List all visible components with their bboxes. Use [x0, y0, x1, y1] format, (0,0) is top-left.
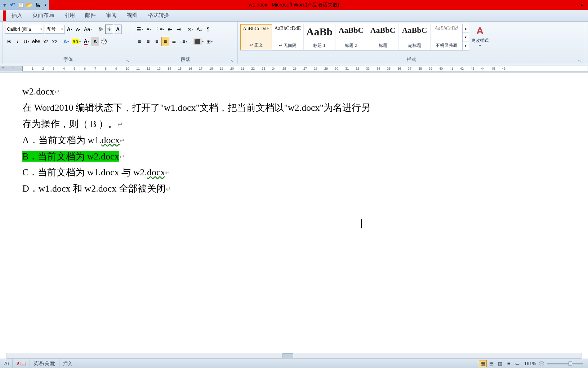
phonetic-guide-button[interactable]: 變 [97, 25, 104, 34]
italic-button[interactable]: I [14, 37, 22, 46]
gallery-up-icon[interactable]: ▴ [463, 24, 469, 33]
styles-gallery: AaBbCcDdE ↩ 正文 AaBbCcDdE ↩ 无间隔 AaBb 标题 1… [240, 24, 469, 51]
align-left-button[interactable]: ≡ [135, 37, 143, 46]
gallery-down-icon[interactable]: ▾ [463, 33, 469, 41]
font-color-button[interactable]: A▾ [83, 37, 90, 46]
enclose-char-button[interactable]: 字 [100, 37, 108, 46]
change-styles-icon: A [476, 25, 484, 37]
style-title[interactable]: AaBbC 标题 [367, 24, 399, 50]
save-all-icon[interactable]: 🖶 [34, 1, 41, 9]
proofing-status-icon[interactable]: ✗📖 [13, 359, 30, 368]
tab-insert[interactable]: 插入 [6, 9, 27, 21]
asian-layout-button[interactable]: ✕▾ [186, 25, 195, 34]
bold-button[interactable]: B [5, 37, 13, 46]
gallery-expand-icon[interactable]: ▾ [463, 41, 469, 50]
change-case-button[interactable]: Aa▾ [83, 25, 93, 34]
zoom-out-button[interactable]: − [539, 361, 544, 366]
ribbon-tab-strip: 插入 页面布局 引用 邮件 审阅 视图 格式转换 [0, 10, 588, 22]
bullets-button[interactable]: ☰▾ [135, 25, 144, 34]
line-spacing-button[interactable]: ↕≡▾ [179, 37, 188, 46]
distribute-button[interactable]: ≣ [170, 37, 178, 46]
chevron-down-icon: ▾ [479, 44, 481, 47]
paragraph-group-label: 段落 ⤡ [135, 55, 235, 64]
tab-view[interactable]: 视图 [122, 9, 143, 21]
undo-icon[interactable] [10, 1, 17, 9]
scrollbar-thumb[interactable] [282, 353, 293, 358]
insert-mode-status[interactable]: 插入 [59, 359, 76, 368]
doc-line: 在 Word2010 编辑状态下，打开了"w1.docx"文档，把当前文档以"w… [22, 100, 566, 116]
font-dialog-launcher-icon[interactable]: ⤡ [125, 58, 130, 63]
subscript-button[interactable]: x2 [42, 37, 50, 46]
decrease-indent-button[interactable]: ⇤ [166, 25, 174, 34]
grow-font-button[interactable]: A▴ [66, 25, 74, 34]
chevron-down-icon: ▾ [39, 27, 42, 31]
zoom-slider[interactable] [547, 363, 583, 364]
font-size-value: 五号 [46, 26, 56, 32]
char-shading-button[interactable]: A [91, 37, 99, 46]
tab-review[interactable]: 审阅 [101, 9, 122, 21]
sort-button[interactable]: A↓ [195, 25, 203, 34]
tab-page-layout[interactable]: 页面布局 [27, 9, 59, 21]
char-border-button[interactable]: 字 [105, 25, 113, 34]
doc-line: 存为操作，则（ B ）。↵ [22, 117, 566, 132]
zoom-slider-thumb[interactable] [569, 362, 572, 366]
redo-icon[interactable]: 📋 [18, 1, 24, 9]
print-layout-view-button[interactable]: ▦ [479, 360, 487, 367]
multilevel-button[interactable]: ⋮≡▾ [153, 25, 165, 34]
clear-format-button[interactable]: A [114, 25, 122, 34]
style-heading2[interactable]: AaBbC 标题 2 [335, 24, 367, 50]
horizontal-scrollbar[interactable] [6, 353, 582, 359]
paragraph-dialog-launcher-icon[interactable]: ⤡ [230, 58, 235, 63]
font-name-value: Calibri (西文 [7, 26, 32, 32]
tab-mailings[interactable]: 邮件 [80, 9, 101, 21]
align-center-button[interactable]: ≡ [144, 37, 152, 46]
qat-dropdown-icon[interactable]: ▾ [1, 1, 8, 9]
align-right-button[interactable]: ≡ [153, 37, 161, 46]
qat-more-icon[interactable]: ▾ [43, 1, 49, 9]
underline-button[interactable]: U▾ [22, 37, 30, 46]
doc-line: A．当前文档为 w1.docx↵ [22, 133, 566, 148]
font-group-label: 字体 ⤡ [5, 55, 131, 64]
increase-indent-button[interactable]: ⇥ [175, 25, 183, 34]
style-subtitle[interactable]: AaBbC 副标题 [399, 24, 431, 50]
window-controls: ▴ [576, 0, 587, 8]
shrink-font-button[interactable]: A▾ [74, 25, 82, 34]
superscript-button[interactable]: x2 [51, 37, 59, 46]
page-content[interactable]: w2.docx↵ 在 Word2010 编辑状态下，打开了"w1.docx"文档… [0, 80, 588, 228]
change-styles-button[interactable]: A 更改样式 ▾ [469, 24, 491, 49]
tab-format-convert[interactable]: 格式转换 [143, 9, 174, 21]
horizontal-ruler[interactable]: 2 1 123456789101112131415161718192021222… [0, 64, 588, 73]
tab-references[interactable]: 引用 [59, 9, 80, 21]
document-area[interactable]: w2.docx↵ 在 Word2010 编辑状态下，打开了"w1.docx"文档… [0, 73, 588, 356]
style-subtle-emphasis[interactable]: AaBbCcDd 不明显强调 [431, 24, 462, 50]
style-no-spacing[interactable]: AaBbCcDdE ↩ 无间隔 [272, 24, 304, 50]
styles-dialog-launcher-icon[interactable]: ⤡ [577, 58, 582, 63]
fullscreen-view-button[interactable]: ▤ [487, 360, 495, 367]
shading-button[interactable]: ⬛▾ [192, 37, 205, 46]
paragraph-group: ☰▾ ≡▾ ⋮≡▾ ⇤ ⇥ ✕▾ A↓ ¶ ≡ ≡ ≡ ≡ ≣ ↕≡▾ ⬛▾ ⊞… [133, 22, 238, 64]
justify-button[interactable]: ≡ [161, 37, 169, 46]
draft-view-button[interactable]: ▭ [513, 360, 521, 367]
strikethrough-button[interactable]: abc [31, 37, 41, 46]
show-marks-button[interactable]: ¶ [204, 25, 212, 34]
highlight-button[interactable]: ab▾ [71, 37, 82, 46]
font-size-combo[interactable]: 五号 ▾ [45, 25, 65, 34]
font-name-combo[interactable]: Calibri (西文 ▾ [5, 25, 44, 34]
page-number-status[interactable]: 76 [0, 359, 13, 368]
outline-view-button[interactable]: ≡ [505, 360, 513, 367]
chevron-down-icon: ▾ [60, 27, 63, 31]
text-effects-button[interactable]: A▾ [62, 37, 70, 46]
doc-line-highlighted: B．当前文档为 w2.docx↵ [22, 149, 566, 165]
numbering-button[interactable]: ≡▾ [145, 25, 153, 34]
web-view-button[interactable]: ▥ [496, 360, 504, 367]
text-cursor [361, 219, 362, 228]
zoom-level[interactable]: 161% [524, 361, 536, 366]
style-heading1[interactable]: AaBb 标题 1 [304, 24, 335, 50]
file-tab-edge[interactable] [3, 10, 6, 21]
style-normal[interactable]: AaBbCcDdE ↩ 正文 [240, 24, 272, 50]
language-status[interactable]: 英语(美国) [30, 359, 59, 368]
doc-line: C．当前文档为 w1.docx 与 w2.docx↵ [22, 165, 566, 180]
ribbon-min-icon[interactable]: ▴ [576, 0, 587, 8]
borders-button[interactable]: ⊞▾ [205, 37, 214, 46]
open-icon[interactable] [26, 1, 33, 9]
